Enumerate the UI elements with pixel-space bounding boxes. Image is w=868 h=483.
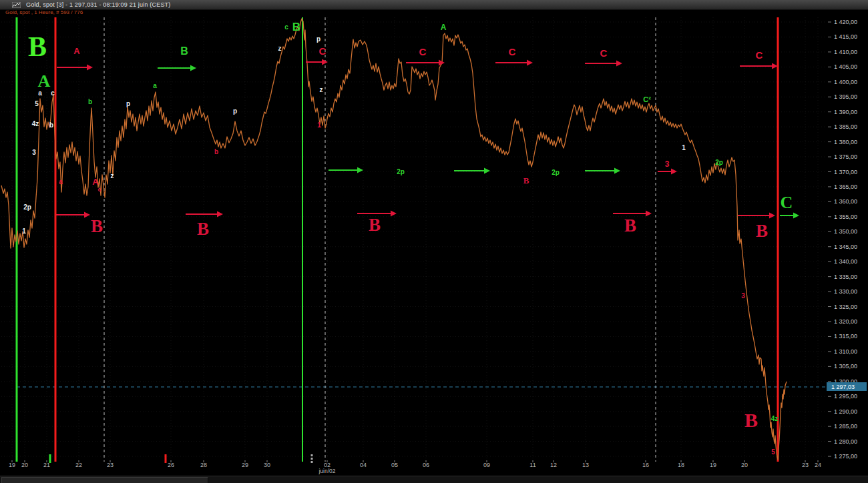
trend-arrow-head[interactable] xyxy=(190,65,196,71)
wave-label[interactable]: z xyxy=(278,45,282,52)
y-axis-label: 1 375,00 xyxy=(834,153,857,160)
y-axis-label: 1 355,00 xyxy=(834,213,857,220)
x-axis-label: 23 xyxy=(802,462,809,468)
wave-label[interactable]: B xyxy=(756,221,768,241)
wave-label[interactable]: 3 xyxy=(741,292,745,300)
x-axis-label: 20 xyxy=(21,462,28,468)
y-axis-label: 1 295,00 xyxy=(834,393,857,400)
wave-label[interactable]: A xyxy=(92,177,99,187)
wave-label[interactable]: B xyxy=(624,215,636,235)
wave-label[interactable]: p xyxy=(316,35,320,43)
wave-label[interactable]: 5 xyxy=(35,100,39,107)
y-axis-label: 1 330,00 xyxy=(834,288,857,295)
trend-arrow-head[interactable] xyxy=(616,61,622,67)
wave-label[interactable]: B xyxy=(744,409,758,431)
y-axis-label: 1 275,00 xyxy=(834,453,857,460)
x-axis-label: 29 xyxy=(242,462,248,468)
wave-label[interactable]: C² xyxy=(643,95,651,103)
wave-label[interactable]: z xyxy=(111,172,114,179)
wave-label[interactable]: a xyxy=(59,178,63,185)
wave-label[interactable]: a xyxy=(38,89,42,97)
trend-arrow-head[interactable] xyxy=(646,211,652,217)
wave-label[interactable]: 3 xyxy=(665,159,670,169)
current-price-value: 1 297,03 xyxy=(831,384,855,390)
x-axis-label: 11 xyxy=(529,462,535,468)
trend-arrow-head[interactable] xyxy=(671,169,677,175)
x-axis-label: 13 xyxy=(582,462,589,468)
trend-arrow-head[interactable] xyxy=(322,59,328,65)
wave-label[interactable]: B xyxy=(197,219,209,239)
wave-label[interactable]: c xyxy=(97,186,101,193)
wave-label[interactable]: B xyxy=(28,31,47,62)
y-axis-label: 1 415,00 xyxy=(834,33,857,40)
y-axis-label: 1 345,00 xyxy=(834,244,857,250)
x-axis-label: 22 xyxy=(75,462,82,468)
wave-label[interactable]: 1 xyxy=(317,121,321,129)
x-axis-label: 04 xyxy=(360,462,367,468)
trend-arrow-head[interactable] xyxy=(793,213,799,219)
wave-label[interactable]: C xyxy=(509,46,516,57)
wave-label[interactable]: 1 xyxy=(682,144,686,151)
wave-label[interactable]: C xyxy=(419,46,427,57)
wave-label[interactable]: b xyxy=(49,121,53,129)
x-axis-label: 19 xyxy=(9,462,15,468)
x-axis-month-label: juin/02 xyxy=(318,468,335,474)
wave-label[interactable]: b xyxy=(88,98,92,105)
y-axis-label: 1 385,00 xyxy=(834,123,857,130)
trend-arrow-head[interactable] xyxy=(87,65,93,71)
wave-label[interactable]: p xyxy=(233,107,237,115)
y-axis-label: 1 340,00 xyxy=(834,258,857,265)
y-axis-label: 1 405,00 xyxy=(834,63,857,70)
wave-label[interactable]: B xyxy=(180,45,188,57)
wave-label[interactable]: C xyxy=(756,49,763,61)
wave-label[interactable]: c xyxy=(51,89,55,97)
wave-label[interactable]: B xyxy=(292,21,300,33)
trend-arrow-head[interactable] xyxy=(391,211,397,217)
y-axis-label: 1 360,00 xyxy=(834,198,857,205)
y-axis-label: 1 315,00 xyxy=(834,333,857,340)
wave-label[interactable]: B xyxy=(523,175,529,185)
y-axis-label: 1 390,00 xyxy=(834,109,857,115)
trend-arrow-head[interactable] xyxy=(484,168,490,174)
trend-arrow-head[interactable] xyxy=(614,168,620,174)
y-axis-label: 1 290,00 xyxy=(834,408,857,415)
wave-label[interactable]: A xyxy=(441,23,447,32)
x-axis-label: 23 xyxy=(107,462,114,468)
trend-arrow-head[interactable] xyxy=(357,167,363,173)
wave-label[interactable]: 3 xyxy=(32,149,36,156)
wave-label[interactable]: b xyxy=(214,148,218,155)
wave-label[interactable]: 2p xyxy=(715,159,723,166)
x-axis-label: 06 xyxy=(423,462,429,468)
y-axis-label: 1 285,00 xyxy=(834,423,857,430)
wave-label[interactable]: 4z xyxy=(32,120,39,127)
x-axis-label: 16 xyxy=(642,462,649,468)
wave-label[interactable]: B xyxy=(91,216,103,236)
chart-plot-area[interactable]: BAABBBcBCCACCC²CBBBCBB31aAcb53ac54zb32p1… xyxy=(0,0,868,483)
wave-label[interactable]: 2p xyxy=(23,203,31,211)
wave-label[interactable]: 2p xyxy=(397,168,405,175)
wave-label[interactable]: C xyxy=(600,47,608,59)
y-axis-label: 1 410,00 xyxy=(834,49,857,55)
y-axis-label: 1 350,00 xyxy=(834,228,857,235)
y-axis-label: 1 380,00 xyxy=(834,139,857,145)
trend-arrow-head[interactable] xyxy=(769,213,775,219)
wave-label[interactable]: A xyxy=(38,71,51,91)
wave-label[interactable]: C xyxy=(319,45,327,57)
wave-label[interactable]: A xyxy=(73,46,80,56)
y-axis-label: 1 400,00 xyxy=(834,79,857,85)
wave-label[interactable]: 1 xyxy=(22,227,26,235)
y-axis-label: 1 305,00 xyxy=(834,363,857,370)
wave-label[interactable]: 2p xyxy=(552,169,560,176)
trend-arrow-head[interactable] xyxy=(217,211,223,217)
wave-label[interactable]: 5 xyxy=(771,448,775,456)
trend-arrow-head[interactable] xyxy=(527,60,533,66)
wave-label[interactable]: c xyxy=(284,23,288,31)
wave-label[interactable]: C xyxy=(781,193,793,212)
y-axis-label: 1 325,00 xyxy=(834,304,857,310)
wave-label[interactable]: p xyxy=(126,100,130,107)
wave-label[interactable]: z xyxy=(320,86,323,93)
wave-label[interactable]: 4z xyxy=(771,415,779,422)
wave-label[interactable]: B xyxy=(369,215,381,235)
trend-arrow-head[interactable] xyxy=(439,60,445,66)
wave-label[interactable]: a xyxy=(153,82,157,89)
